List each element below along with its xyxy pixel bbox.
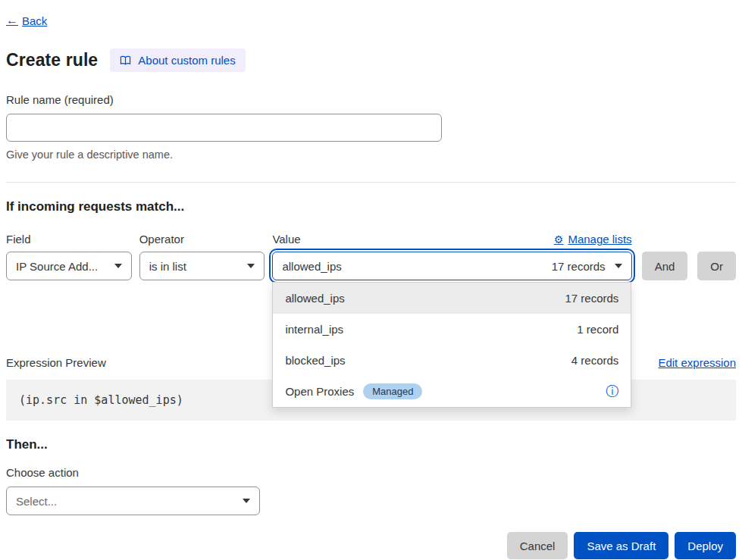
dropdown-option-blocked-ips[interactable]: blocked_ips 4 records: [273, 345, 631, 376]
or-button[interactable]: Or: [697, 252, 736, 280]
dropdown-option-allowed-ips[interactable]: allowed_ips 17 records: [273, 283, 631, 314]
option-name: Open Proxies: [285, 385, 354, 398]
dropdown-option-open-proxies[interactable]: Open Proxies Managed ⓘ: [273, 376, 631, 407]
field-label: Field: [6, 233, 132, 246]
back-label: Back: [22, 14, 47, 27]
expression-code: (ip.src in $allowed_ips): [19, 393, 183, 407]
expression-preview-label: Expression Preview: [6, 356, 106, 369]
managed-badge: Managed: [363, 383, 422, 399]
manage-lists-label: Manage lists: [568, 233, 631, 246]
value-label-row: Value ⚙ Manage lists: [272, 233, 631, 246]
chevron-down-icon: [247, 264, 255, 268]
option-meta: 1 record: [577, 323, 618, 336]
cancel-button[interactable]: Cancel: [507, 532, 568, 559]
manage-lists-link[interactable]: ⚙ Manage lists: [554, 233, 632, 246]
field-column: Field IP Source Add...: [6, 233, 132, 280]
field-select-value: IP Source Add...: [16, 260, 98, 273]
rule-name-input[interactable]: [6, 114, 442, 142]
then-section-heading: Then...: [6, 437, 736, 452]
option-name: allowed_ips: [285, 292, 344, 305]
value-select-value: allowed_ips: [282, 260, 341, 273]
book-icon: [120, 55, 131, 66]
dropdown-option-internal-ips[interactable]: internal_ips 1 record: [273, 314, 631, 345]
about-custom-rules-link[interactable]: About custom rules: [110, 48, 245, 72]
operator-select[interactable]: is in list: [139, 252, 265, 280]
deploy-button[interactable]: Deploy: [675, 532, 736, 559]
action-select[interactable]: Select...: [6, 486, 260, 515]
title-row: Create rule About custom rules: [6, 48, 736, 72]
chevron-down-icon: [243, 499, 250, 503]
match-condition-row: Field IP Source Add... Operator is in li…: [6, 233, 736, 280]
create-rule-page: ←Back Create rule About custom rules Rul…: [0, 0, 742, 560]
gear-icon: ⚙: [554, 233, 564, 246]
info-icon[interactable]: ⓘ: [606, 385, 618, 398]
chevron-down-icon: [615, 264, 622, 268]
match-section-heading: If incoming requests match...: [6, 199, 736, 214]
rule-name-label: Rule name (required): [6, 93, 736, 106]
divider: [6, 182, 736, 183]
about-custom-rules-label: About custom rules: [138, 54, 235, 67]
operator-column: Operator is in list: [139, 233, 265, 280]
value-dropdown-menu: allowed_ips 17 records internal_ips 1 re…: [272, 282, 631, 408]
back-arrow-icon: ←: [6, 14, 18, 27]
option-name: blocked_ips: [285, 354, 345, 367]
conjunction-buttons: And Or: [642, 252, 736, 280]
option-meta: 4 records: [571, 354, 619, 367]
and-button[interactable]: And: [642, 252, 688, 280]
value-select[interactable]: allowed_ips 17 records: [272, 252, 631, 280]
edit-expression-link[interactable]: Edit expression: [658, 356, 736, 369]
value-select-meta: 17 records: [552, 260, 606, 273]
page-title: Create rule: [6, 50, 98, 70]
value-column: Value ⚙ Manage lists allowed_ips 17 reco…: [272, 233, 631, 280]
option-name: internal_ips: [285, 323, 343, 336]
operator-label: Operator: [139, 233, 265, 246]
field-select[interactable]: IP Source Add...: [6, 252, 132, 280]
save-as-draft-button[interactable]: Save as Draft: [574, 532, 668, 559]
action-select-placeholder: Select...: [16, 495, 57, 508]
footer-actions: Cancel Save as Draft Deploy: [6, 532, 736, 559]
option-meta: 17 records: [565, 292, 619, 305]
choose-action-label: Choose action: [6, 466, 736, 479]
chevron-down-icon: [114, 264, 122, 268]
operator-select-value: is in list: [149, 260, 186, 273]
rule-name-help-text: Give your rule a descriptive name.: [6, 149, 736, 161]
back-link[interactable]: ←Back: [6, 14, 47, 27]
value-label: Value: [272, 233, 300, 246]
